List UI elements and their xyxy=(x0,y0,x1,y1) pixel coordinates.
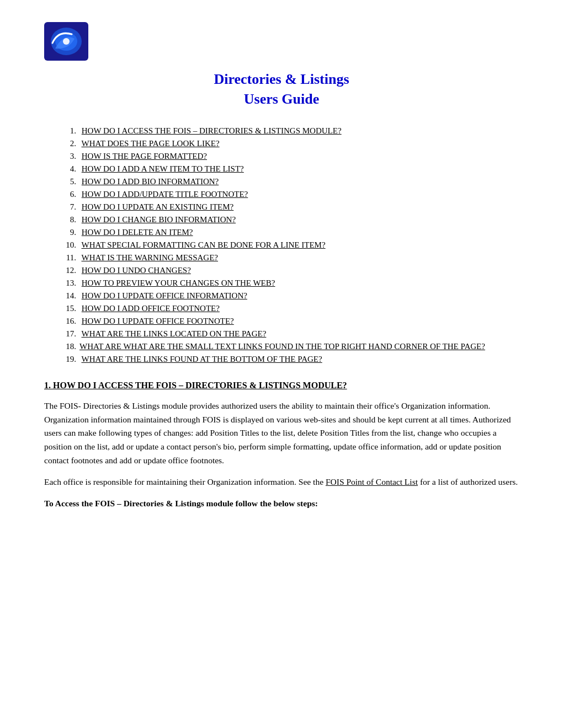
toc-item-7: 7. HOW DO I UPDATE AN EXISTING ITEM? xyxy=(61,202,519,212)
toc-item-4: 4. HOW DO I ADD A NEW ITEM TO THE LIST? xyxy=(61,164,519,174)
section-1-heading: 1. HOW DO I ACCESS THE FOIS – DIRECTORIE… xyxy=(44,381,519,390)
toc-link-2[interactable]: WHAT DOES THE PAGE LOOK LIKE? xyxy=(81,139,219,148)
logo-icon xyxy=(44,22,88,61)
toc-link-8[interactable]: HOW DO I CHANGE BIO INFORMATION? xyxy=(82,215,236,224)
toc-item-13: 13. HOW TO PREVIEW YOUR CHANGES ON THE W… xyxy=(61,279,519,288)
toc-link-1[interactable]: HOW DO I ACCESS THE FOIS – DIRECTORIES &… xyxy=(82,126,342,135)
toc-item-15: 15. HOW DO I ADD OFFICE FOOTNOTE? xyxy=(61,304,519,313)
header: Directories & Listings Users Guide xyxy=(44,22,519,110)
toc-item-17: 17. WHAT ARE THE LINKS LOCATED ON THE PA… xyxy=(61,329,519,339)
toc-item-19: 19. WHAT ARE THE LINKS FOUND AT THE BOTT… xyxy=(61,355,519,364)
toc-link-16[interactable]: HOW DO I UPDATE OFFICE FOOTNOTE? xyxy=(82,317,234,325)
toc-link-10[interactable]: WHAT SPECIAL FORMATTING CAN BE DONE FOR … xyxy=(81,240,325,249)
toc-item-11: 11. WHAT IS THE WARNING MESSAGE? xyxy=(61,253,519,263)
logo xyxy=(44,22,88,61)
toc-item-1: 1. HOW DO I ACCESS THE FOIS – DIRECTORIE… xyxy=(61,126,519,136)
toc-item-3: 3. HOW IS THE PAGE FORMATTED? xyxy=(61,152,519,161)
toc-item-5: 5. HOW DO I ADD BIO INFORMATION? xyxy=(61,177,519,186)
page-title: Directories & Listings Users Guide xyxy=(214,69,349,110)
toc-link-9[interactable]: HOW DO I DELETE AN ITEM? xyxy=(82,228,193,237)
section-1: 1. HOW DO I ACCESS THE FOIS – DIRECTORIE… xyxy=(44,381,519,511)
section-1-body: The FOIS- Directories & Listings module … xyxy=(44,399,519,511)
toc-item-14: 14. HOW DO I UPDATE OFFICE INFORMATION? xyxy=(61,291,519,301)
toc-link-18[interactable]: WHAT ARE WHAT ARE THE SMALL TEXT LINKS F… xyxy=(79,342,485,351)
toc-link-13[interactable]: HOW TO PREVIEW YOUR CHANGES ON THE WEB? xyxy=(82,279,275,287)
toc-link-4[interactable]: HOW DO I ADD A NEW ITEM TO THE LIST? xyxy=(82,164,244,173)
toc-item-6: 6. HOW DO I ADD/UPDATE TITLE FOOTNOTE? xyxy=(61,190,519,199)
table-of-contents: 1. HOW DO I ACCESS THE FOIS – DIRECTORIE… xyxy=(44,126,519,364)
toc-link-15[interactable]: HOW DO I ADD OFFICE FOOTNOTE? xyxy=(82,304,220,313)
toc-link-12[interactable]: HOW DO I UNDO CHANGES? xyxy=(82,266,191,275)
section-1-para3: To Access the FOIS – Directories & Listi… xyxy=(44,497,519,511)
toc-link-19[interactable]: WHAT ARE THE LINKS FOUND AT THE BOTTOM O… xyxy=(81,355,322,363)
toc-link-7[interactable]: HOW DO I UPDATE AN EXISTING ITEM? xyxy=(82,202,234,211)
toc-link-17[interactable]: WHAT ARE THE LINKS LOCATED ON THE PAGE? xyxy=(81,329,266,338)
toc-item-8: 8. HOW DO I CHANGE BIO INFORMATION? xyxy=(61,215,519,224)
svg-point-3 xyxy=(63,38,70,45)
toc-item-10: 10. WHAT SPECIAL FORMATTING CAN BE DONE … xyxy=(61,240,519,250)
toc-list: 1. HOW DO I ACCESS THE FOIS – DIRECTORIE… xyxy=(44,126,519,364)
toc-item-9: 9. HOW DO I DELETE AN ITEM? xyxy=(61,228,519,237)
toc-link-3[interactable]: HOW IS THE PAGE FORMATTED? xyxy=(82,152,207,160)
toc-link-5[interactable]: HOW DO I ADD BIO INFORMATION? xyxy=(82,177,219,186)
toc-item-12: 12. HOW DO I UNDO CHANGES? xyxy=(61,266,519,275)
section-1-para2: Each office is responsible for maintaini… xyxy=(44,475,519,489)
toc-item-18: 18. WHAT ARE WHAT ARE THE SMALL TEXT LIN… xyxy=(61,342,519,351)
toc-link-11[interactable]: WHAT IS THE WARNING MESSAGE? xyxy=(81,253,218,262)
toc-item-2: 2. WHAT DOES THE PAGE LOOK LIKE? xyxy=(61,139,519,148)
toc-item-16: 16. HOW DO I UPDATE OFFICE FOOTNOTE? xyxy=(61,317,519,326)
fois-poc-link[interactable]: FOIS Point of Contact List xyxy=(326,477,418,486)
toc-link-14[interactable]: HOW DO I UPDATE OFFICE INFORMATION? xyxy=(82,291,247,300)
section-1-para1: The FOIS- Directories & Listings module … xyxy=(44,399,519,468)
toc-link-6[interactable]: HOW DO I ADD/UPDATE TITLE FOOTNOTE? xyxy=(82,190,248,199)
